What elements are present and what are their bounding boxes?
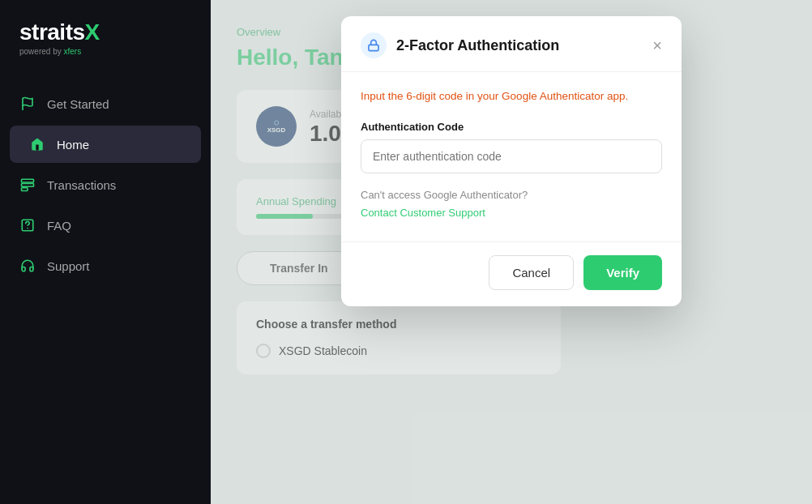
modal-title: 2-Factor Authentication xyxy=(396,37,559,54)
modal-close-button[interactable]: × xyxy=(652,37,662,53)
sidebar-item-label: Home xyxy=(57,138,89,152)
sidebar: straitsX powered by xfers Get Started xyxy=(0,0,211,504)
sidebar-item-label: Support xyxy=(47,259,90,273)
auth-code-input[interactable] xyxy=(361,139,662,173)
svg-point-5 xyxy=(28,228,28,229)
auth-code-label: Authentication Code xyxy=(361,121,662,133)
modal-header: 2-Factor Authentication × xyxy=(341,16,682,72)
headset-icon xyxy=(19,258,36,274)
logo: straitsX xyxy=(19,19,191,45)
modal-info-text: Input the 6-digit code in your Google Au… xyxy=(361,88,662,105)
sidebar-item-get-started[interactable]: Get Started xyxy=(0,85,211,122)
sidebar-item-home[interactable]: Home xyxy=(10,126,201,163)
contact-support-link[interactable]: Contact Customer Support xyxy=(361,204,662,222)
sidebar-item-label: Get Started xyxy=(47,97,109,111)
flag-icon xyxy=(19,96,36,112)
svg-rect-3 xyxy=(22,188,28,191)
verify-button[interactable]: Verify xyxy=(583,255,662,290)
sidebar-item-transactions[interactable]: Transactions xyxy=(0,166,211,203)
lock-icon xyxy=(361,32,387,58)
logo-x: X xyxy=(85,19,100,45)
logo-area: straitsX powered by xfers xyxy=(0,0,211,72)
sidebar-item-label: FAQ xyxy=(47,219,71,233)
cant-access-text: Can't access Google Authenticator? xyxy=(361,189,528,201)
main-content-area: Overview Hello, Tan ⬡ XSGD Available 1.0… xyxy=(211,0,812,504)
modal-footer: Cancel Verify xyxy=(341,241,682,306)
svg-rect-1 xyxy=(22,179,34,182)
svg-rect-2 xyxy=(22,184,34,187)
modal: 2-Factor Authentication × Input the 6-di… xyxy=(341,16,682,306)
cancel-button[interactable]: Cancel xyxy=(489,255,574,290)
modal-overlay: 2-Factor Authentication × Input the 6-di… xyxy=(211,0,812,504)
sidebar-nav: Get Started Home Transactions xyxy=(0,72,211,297)
transactions-icon xyxy=(19,177,36,193)
faq-icon xyxy=(19,217,36,233)
svg-rect-6 xyxy=(369,45,378,50)
modal-body: Input the 6-digit code in your Google Au… xyxy=(341,72,682,241)
sidebar-item-support[interactable]: Support xyxy=(0,247,211,284)
logo-subtitle: powered by xfers xyxy=(19,47,191,56)
sidebar-item-faq[interactable]: FAQ xyxy=(0,207,211,244)
help-links: Can't access Google Authenticator? Conta… xyxy=(361,186,662,222)
home-icon xyxy=(29,136,45,152)
sidebar-item-label: Transactions xyxy=(47,178,116,192)
